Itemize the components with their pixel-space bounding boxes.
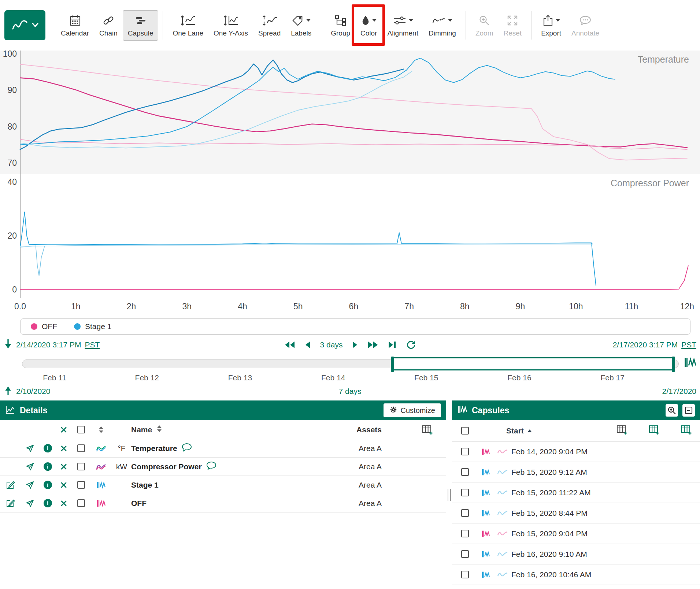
row-checkbox[interactable] bbox=[77, 444, 85, 452]
toolbar-calendar-button[interactable]: Calendar bbox=[56, 10, 94, 41]
timeline-right-handle[interactable] bbox=[672, 357, 675, 372]
remove-icon[interactable] bbox=[56, 500, 72, 507]
toolbar-color-button[interactable]: Color bbox=[355, 10, 382, 41]
timeline-left-handle[interactable] bbox=[391, 357, 394, 372]
customize-button[interactable]: Customize bbox=[384, 403, 441, 417]
rocket-icon[interactable] bbox=[21, 499, 40, 508]
toolbar-reset-button[interactable]: Reset bbox=[498, 10, 527, 41]
display-range-duration[interactable]: 3 days bbox=[320, 340, 343, 349]
timezone-link[interactable]: PST bbox=[681, 340, 696, 349]
details-row-off[interactable]: i OFF Area A bbox=[0, 494, 446, 512]
select-all-capsules-checkbox[interactable] bbox=[461, 427, 469, 435]
spread-icon bbox=[262, 14, 278, 27]
timezone-link[interactable]: PST bbox=[85, 340, 100, 349]
remove-icon[interactable] bbox=[56, 481, 72, 489]
assets-column-header[interactable]: Assets bbox=[325, 425, 391, 434]
item-name[interactable]: Compressor Power bbox=[131, 462, 202, 471]
capsule-checkbox[interactable] bbox=[461, 468, 469, 476]
capsule-checkbox[interactable] bbox=[461, 571, 469, 578]
capsule-row[interactable]: Feb 16, 2020 10:46 AM bbox=[452, 564, 700, 585]
capsule-row[interactable]: Feb 14, 2020 9:04 PM bbox=[452, 441, 700, 462]
details-row-temperature[interactable]: i °F Temperature Area A bbox=[0, 439, 446, 458]
view-selector-dropdown[interactable] bbox=[4, 10, 45, 40]
capsule-row[interactable]: Feb 15, 2020 8:44 PM bbox=[452, 503, 700, 523]
comment-icon[interactable] bbox=[182, 443, 192, 454]
info-icon[interactable]: i bbox=[44, 499, 52, 507]
step-forward-half-button[interactable] bbox=[352, 341, 358, 349]
remove-icon[interactable] bbox=[56, 445, 72, 452]
x-tick-label: 9h bbox=[516, 302, 525, 312]
item-name[interactable]: Temperature bbox=[131, 444, 177, 453]
capsule-row[interactable]: Feb 16, 2020 9:10 AM bbox=[452, 544, 700, 564]
sort-icon[interactable] bbox=[90, 426, 112, 434]
toolbar-export-button[interactable]: Export bbox=[536, 10, 566, 41]
capsule-row[interactable]: Feb 15, 2020 9:04 PM bbox=[452, 523, 700, 544]
display-range-end[interactable]: 2/17/2020 3:17 PM bbox=[613, 340, 678, 349]
panel-resize-divider[interactable] bbox=[446, 400, 452, 589]
details-row-compressor-power[interactable]: i kW Compressor Power Area A bbox=[0, 458, 446, 476]
rocket-icon[interactable] bbox=[21, 462, 40, 471]
info-icon[interactable]: i bbox=[44, 462, 52, 471]
capsules-collapse-button[interactable] bbox=[682, 404, 695, 417]
timeline-selected-range[interactable] bbox=[392, 357, 674, 370]
toolbar-labels-button[interactable]: Labels bbox=[286, 10, 316, 41]
trend-chart[interactable]: Temperature 100908070 Compressor Power 4… bbox=[0, 51, 700, 315]
edit-icon[interactable] bbox=[0, 480, 21, 490]
display-range-start[interactable]: 2/14/2020 3:17 PM bbox=[16, 340, 81, 349]
comment-icon[interactable] bbox=[206, 461, 216, 472]
step-forward-full-button[interactable] bbox=[367, 341, 378, 349]
add-properties-column-icon[interactable] bbox=[681, 425, 692, 437]
toolbar-alignment-button[interactable]: Alignment bbox=[382, 10, 423, 41]
details-row-stage-1[interactable]: i Stage 1 Area A bbox=[0, 476, 446, 494]
rocket-icon[interactable] bbox=[21, 481, 40, 489]
add-column-icon[interactable] bbox=[616, 425, 627, 437]
capsule-checkbox[interactable] bbox=[461, 550, 469, 558]
timeline-track[interactable] bbox=[22, 359, 679, 368]
lane-compressor[interactable]: Compressor Power 40200 bbox=[0, 174, 700, 298]
row-checkbox[interactable] bbox=[77, 463, 85, 470]
row-checkbox[interactable] bbox=[77, 481, 85, 489]
lane-temperature[interactable]: Temperature 100908070 bbox=[0, 51, 700, 174]
investigate-range-end[interactable]: 2/17/2020 bbox=[662, 387, 696, 396]
remove-icon[interactable] bbox=[56, 463, 72, 470]
select-all-checkbox[interactable] bbox=[77, 426, 85, 433]
toolbar-one-lane-button[interactable]: One Lane bbox=[167, 10, 208, 41]
capsule-checkbox[interactable] bbox=[461, 509, 469, 517]
info-icon[interactable]: i bbox=[44, 481, 52, 489]
capsule-checkbox[interactable] bbox=[461, 489, 469, 496]
investigate-range-start[interactable]: 2/10/2020 bbox=[16, 387, 50, 396]
start-column-header[interactable]: Start bbox=[506, 426, 532, 435]
edit-icon[interactable] bbox=[0, 499, 21, 508]
add-column-icon[interactable] bbox=[391, 425, 446, 435]
capsule-select-icon[interactable] bbox=[684, 357, 697, 370]
investigate-start-arrow-icon[interactable] bbox=[4, 385, 12, 398]
rocket-icon[interactable] bbox=[21, 444, 40, 453]
sort-icon[interactable] bbox=[156, 425, 162, 435]
capsules-zoom-button[interactable] bbox=[666, 404, 678, 417]
step-to-end-button[interactable] bbox=[388, 341, 397, 349]
row-checkbox[interactable] bbox=[77, 499, 85, 507]
item-name[interactable]: Stage 1 bbox=[131, 481, 159, 489]
capsule-row[interactable]: Feb 15, 2020 11:22 AM bbox=[452, 482, 700, 503]
range-start-arrow-icon[interactable] bbox=[4, 339, 12, 351]
item-name[interactable]: OFF bbox=[131, 499, 147, 508]
toolbar-group-button[interactable]: Group bbox=[326, 10, 355, 41]
toolbar-zoom-button[interactable]: Zoom bbox=[470, 10, 499, 41]
add-stats-column-icon[interactable] bbox=[649, 425, 660, 437]
toolbar-dimming-button[interactable]: Dimming bbox=[423, 10, 461, 41]
toolbar-spread-button[interactable]: Spread bbox=[253, 10, 286, 41]
toolbar-chain-button[interactable]: Chain bbox=[94, 10, 123, 41]
capsule-row[interactable]: Feb 15, 2020 9:12 AM bbox=[452, 462, 700, 482]
toolbar-capsule-button[interactable]: Capsule bbox=[123, 10, 159, 41]
capsule-checkbox[interactable] bbox=[461, 448, 469, 455]
toolbar-one-y-axis-button[interactable]: One Y-Axis bbox=[208, 10, 253, 41]
auto-update-button[interactable] bbox=[406, 340, 416, 349]
step-back-full-button[interactable] bbox=[284, 341, 295, 349]
info-icon[interactable]: i bbox=[44, 444, 52, 452]
investigate-range-duration[interactable]: 7 days bbox=[339, 387, 362, 396]
toolbar-annotate-button[interactable]: Annotate bbox=[566, 10, 604, 41]
name-column-header[interactable]: Name bbox=[131, 425, 152, 434]
capsule-checkbox[interactable] bbox=[461, 530, 469, 537]
step-back-half-button[interactable] bbox=[305, 341, 311, 349]
remove-all-icon[interactable] bbox=[56, 426, 72, 433]
